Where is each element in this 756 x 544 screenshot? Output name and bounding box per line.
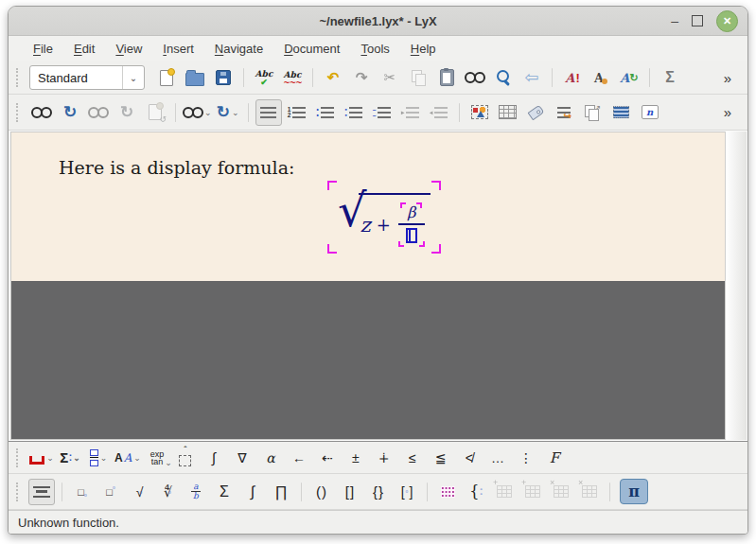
update-other-formats-button[interactable]: ↻ ⌄ <box>215 99 241 126</box>
fraction-menu-button[interactable]: ⌄ <box>85 445 112 471</box>
view-other-formats-button[interactable]: ⌄ <box>183 99 213 126</box>
paragraph-style-select[interactable]: Standard ⌄ <box>29 65 145 90</box>
symbol-alpha-button[interactable]: α <box>257 445 284 471</box>
menu-file[interactable]: File <box>24 39 62 59</box>
insert-equation-button[interactable]: Σ <box>657 64 683 91</box>
menu-edit[interactable]: Edit <box>64 39 104 59</box>
big-operator-menu-button[interactable]: Σ ▪ ▪ ⌄ <box>57 445 83 471</box>
insert-index-entry-button[interactable] <box>608 99 635 126</box>
decoration-menu-button[interactable]: ˆ <box>172 445 199 471</box>
add-row-button[interactable]: + <box>491 479 518 505</box>
symbol-dashed-leftarrow-button[interactable]: ⇠ <box>314 445 341 471</box>
titlebar[interactable]: ~/newfile1.lyx* - LyX – ✕ <box>9 7 747 36</box>
matrix-button[interactable] <box>434 479 461 505</box>
apply-style-button[interactable]: A ↻ <box>616 64 642 91</box>
menu-view[interactable]: View <box>106 39 151 59</box>
symbol-digamma-button[interactable]: F <box>541 445 568 471</box>
add-column-button[interactable]: + <box>519 479 546 505</box>
document-canvas[interactable]: Here is a display formula: √ z + <box>10 132 725 440</box>
open-document-button[interactable] <box>182 64 208 91</box>
functions-menu-button[interactable]: exp tan ⌄ <box>144 445 170 471</box>
toolbar-grip[interactable] <box>16 68 22 87</box>
insert-nomenclature-button[interactable]: n <box>637 99 663 126</box>
description-list-button[interactable] <box>341 99 367 126</box>
paste-button[interactable] <box>433 64 460 91</box>
redo-button[interactable]: ↷ <box>348 64 375 91</box>
insert-citation-button[interactable]: ↗ <box>580 99 607 126</box>
navigate-back-button[interactable]: ⇦ <box>519 64 545 91</box>
braces-button[interactable]: {} <box>365 479 392 505</box>
decrease-depth-button[interactable] <box>426 99 452 126</box>
symbol-integral-button[interactable]: ∫ <box>201 445 227 471</box>
toolbar-grip[interactable] <box>16 448 22 467</box>
insert-graphics-button[interactable] <box>466 99 493 126</box>
math-inset[interactable]: √ z + β <box>327 181 441 254</box>
brackets-button[interactable]: [] <box>337 479 363 505</box>
symbol-leqq-button[interactable]: ≦ <box>428 445 454 471</box>
display-formula-toggle-button[interactable] <box>28 479 55 505</box>
close-button[interactable]: ✕ <box>716 10 738 32</box>
parentheses-button[interactable]: () <box>308 479 335 505</box>
view-master-button[interactable] <box>85 99 112 126</box>
track-changes-button[interactable]: Abc <box>279 64 306 91</box>
revert-document-button[interactable]: ↺ <box>142 99 168 126</box>
view-output-button[interactable] <box>28 99 55 126</box>
empty-box-placeholder[interactable] <box>406 228 417 243</box>
numbered-list-button[interactable] <box>284 99 310 126</box>
symbol-plusminus-button[interactable]: ± <box>343 445 369 471</box>
document-page[interactable]: Here is a display formula: √ z + <box>11 132 725 281</box>
paragraph-layout-button[interactable] <box>255 99 282 126</box>
menu-help[interactable]: Help <box>401 39 446 59</box>
integral-button[interactable]: ∫ <box>239 479 266 505</box>
nth-root-button[interactable]: ∜ ▫ <box>154 479 181 505</box>
update-output-button[interactable]: ↻ <box>57 99 83 126</box>
toolbar-grip[interactable] <box>16 103 22 122</box>
delimiter-dialog-button[interactable]: [ ▫ ] <box>394 479 420 505</box>
maximize-button[interactable] <box>692 15 703 26</box>
vertical-scrollbar[interactable] <box>725 132 747 440</box>
cut-button[interactable]: ✂ <box>377 64 403 91</box>
square-root-button[interactable]: √ ▫ <box>126 479 152 505</box>
symbol-leftarrow-button[interactable]: ← <box>286 445 312 471</box>
product-button[interactable]: ∏ <box>268 479 294 505</box>
find-replace-button[interactable] <box>490 64 517 91</box>
math-font-menu-button[interactable]: A A ⌄ <box>114 445 142 471</box>
undo-button[interactable]: ↶ <box>320 64 346 91</box>
fraction-button[interactable]: a b <box>183 479 209 505</box>
symbol-nless-button[interactable]: ≮ <box>456 445 483 471</box>
numerator[interactable]: β <box>400 202 422 223</box>
symbol-nabla-button[interactable]: ∇ <box>229 445 255 471</box>
copy-button[interactable] <box>405 64 431 91</box>
menu-document[interactable]: Document <box>274 39 349 59</box>
new-document-button[interactable] <box>153 64 180 91</box>
minimize-button[interactable]: – <box>671 13 678 28</box>
superscript-button[interactable]: □ ▫ <box>97 479 124 505</box>
save-document-button[interactable] <box>210 64 237 91</box>
toolbar-overflow-button[interactable]: » <box>714 99 741 126</box>
symbol-leq-button[interactable]: ≤ <box>399 445 426 471</box>
math-spacing-menu-button[interactable]: ⌄ <box>28 445 55 471</box>
insert-cross-reference-button[interactable]: ↪ <box>552 99 578 126</box>
emphasis-button[interactable]: A ! <box>559 64 586 91</box>
math-panel-toggle-button[interactable]: π <box>620 479 648 504</box>
labeled-list-button[interactable] <box>369 99 396 126</box>
symbol-vdots-button[interactable]: ⋮ <box>513 445 539 471</box>
cases-button[interactable]: { ▫ ▫ <box>463 479 489 505</box>
subscript-button[interactable]: □ ▫ <box>69 479 96 505</box>
toolbar-grip[interactable] <box>16 483 22 501</box>
update-master-button[interactable]: ↻ <box>114 99 140 126</box>
insert-table-button[interactable] <box>495 99 521 126</box>
spellcheck-button[interactable]: Abc <box>251 64 277 91</box>
delete-column-button[interactable]: × <box>576 479 603 505</box>
delete-row-button[interactable]: × <box>548 479 574 505</box>
increase-depth-button[interactable] <box>397 99 424 126</box>
denominator[interactable] <box>398 225 425 247</box>
menu-insert[interactable]: Insert <box>153 39 203 59</box>
bullet-list-button[interactable] <box>312 99 339 126</box>
find-button[interactable] <box>462 64 488 91</box>
sum-button[interactable]: Σ <box>211 479 237 505</box>
toolbar-overflow-button[interactable]: » <box>714 64 741 91</box>
insert-label-button[interactable] <box>523 99 550 126</box>
symbol-dotplus-button[interactable]: ∔ <box>371 445 397 471</box>
menu-tools[interactable]: Tools <box>351 39 398 59</box>
